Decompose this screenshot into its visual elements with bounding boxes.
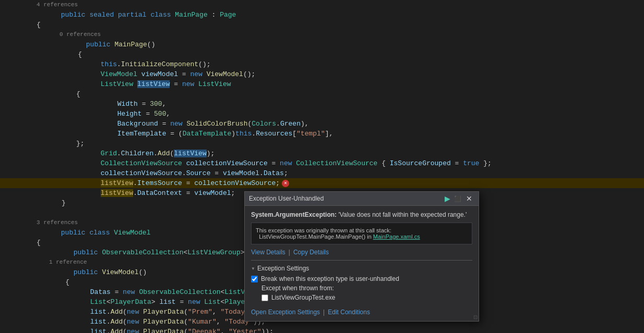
exception-popup: Exception User-Unhandled ▶ ⬛ ✕ System.Ar… [244,191,479,322]
exception-text: 'Value does not fall within the expected… [338,211,467,218]
code-line: list.Add(new PlayerData("Deepak", "Yeste… [0,327,644,333]
settings-header-label: Exception Settings [257,265,309,272]
edit-conditions-link[interactable]: Edit Conditions [328,309,370,316]
call-stack-location: ListViewGroupTest.MainPage.MainPage() in… [256,233,468,240]
code-line: public sealed partial class MainPage : P… [0,10,644,20]
view-links: View Details | Copy Details [251,249,472,256]
break-checkbox-row: Break when this exception type is user-u… [251,275,472,282]
call-stack-section: This exception was originally thrown at … [251,223,472,244]
resize-handle[interactable]: ⊡ [473,314,478,320]
copy-details-link[interactable]: Copy Details [293,249,329,256]
except-label: Except when thrown from: [261,285,334,292]
code-line: ItemTemplate = (DataTemplate)this.Resour… [0,129,644,139]
exception-message: System.ArgumentException: 'Value does no… [251,211,472,218]
code-line: public MainPage() [0,40,644,50]
code-line: ListView listView = new ListView [0,79,644,89]
break-checkbox[interactable] [251,276,258,282]
open-exception-settings-link[interactable]: Open Exception Settings [251,309,320,316]
call-stack-link[interactable]: MainPage.xaml.cs [373,233,420,240]
break-checkbox-label: Break when this exception type is user-u… [261,275,399,282]
bottom-links: Open Exception Settings | Edit Condition… [251,305,472,316]
popup-title: Exception User-Unhandled [249,195,324,202]
code-line: { [0,20,644,30]
popup-titlebar: Exception User-Unhandled ▶ ⬛ ✕ [245,192,479,206]
popup-controls: ▶ ⬛ ✕ [443,194,474,203]
settings-header: ▼ Exception Settings [251,265,472,272]
exception-type: System.ArgumentException: [251,211,337,218]
popup-close-button[interactable]: ✕ [464,194,474,203]
popup-continue-button[interactable]: ▶ [443,194,451,203]
exe-checkbox-label: ListViewGroupTest.exe [271,294,336,301]
exception-settings-section: ▼ Exception Settings Break when this exc… [251,260,472,316]
exe-checkbox-row: ListViewGroupTest.exe [261,294,472,301]
call-stack-intro: This exception was originally thrown at … [256,227,468,233]
view-details-link[interactable]: View Details [251,249,285,256]
popup-body: System.ArgumentException: 'Value does no… [245,206,479,321]
exe-checkbox[interactable] [261,294,268,301]
popup-pin-button[interactable]: ⬛ [454,194,462,203]
except-row: Except when thrown from: [261,285,472,292]
collapse-icon: ▼ [251,266,255,271]
